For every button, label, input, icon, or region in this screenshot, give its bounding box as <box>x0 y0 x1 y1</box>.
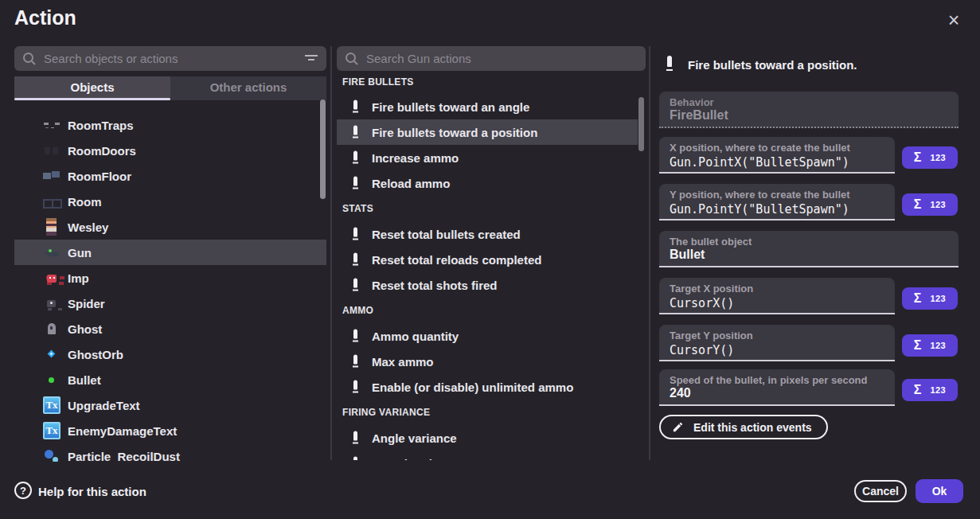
object-label: Ghost <box>68 322 102 336</box>
help-link[interactable]: Help for this action <box>38 485 146 498</box>
action-label: Reset total shots fired <box>372 279 498 292</box>
filter-icon[interactable] <box>304 53 318 64</box>
param-field-y-position[interactable]: Y position, where to create the bullet G… <box>659 184 895 220</box>
object-label: EnemyDamageText <box>68 424 177 438</box>
actions-search-input[interactable] <box>366 52 638 65</box>
object-row-roomfloor[interactable]: RoomFloor <box>14 163 326 189</box>
bullet-icon <box>353 355 358 369</box>
object-label: RoomFloor <box>68 170 131 183</box>
field-label: X position, where to create the bullet <box>670 142 850 154</box>
tab-objects[interactable]: Objects <box>14 76 170 100</box>
action-label: Angle variance <box>372 431 457 445</box>
objects-search <box>14 46 326 71</box>
action-row-reset-bullets-created[interactable]: Reset total bullets created <box>337 221 638 247</box>
action-row-max-ammo[interactable]: Max ammo <box>337 349 638 374</box>
action-label: Reload ammo <box>372 177 450 190</box>
numbers-123-icon: 123 <box>930 153 946 162</box>
action-row-speed-variance[interactable]: Speed variance <box>337 451 638 460</box>
gun-sprite-icon <box>43 244 61 261</box>
tab-other-actions[interactable]: Other actions <box>170 76 326 100</box>
expression-editor-button[interactable]: Σ 123 <box>902 193 958 216</box>
action-row-increase-ammo[interactable]: Increase ammo <box>337 145 638 170</box>
cancel-button[interactable]: Cancel <box>854 480 907 502</box>
field-label: Speed of the bullet, in pixels per secon… <box>670 374 868 386</box>
roomfloor-icon <box>43 167 61 185</box>
object-row-ghost[interactable]: Ghost <box>14 316 326 341</box>
numbers-123-icon: 123 <box>930 385 946 395</box>
action-row-reset-reloads-completed[interactable]: Reset total reloads completed <box>337 247 638 272</box>
field-value: Bullet <box>670 248 705 262</box>
group-header-firing-variance: FIRING VARIANCE <box>342 407 430 418</box>
left-tabs: Objects Other actions <box>14 76 326 100</box>
object-label: RoomDoors <box>68 144 136 158</box>
param-field-x-position[interactable]: X position, where to create the bullet G… <box>659 137 895 174</box>
field-value: Gun.PointY("BulletSpawn") <box>670 202 849 217</box>
field-value: FireBullet <box>670 108 728 123</box>
object-label: Bullet <box>68 373 101 387</box>
object-row-roomdoors[interactable]: RoomDoors <box>14 138 326 163</box>
dialog-title: Action <box>14 6 76 29</box>
param-field-bullet-object[interactable]: The bullet object Bullet <box>659 231 959 267</box>
object-row-gun[interactable]: Gun <box>14 240 326 265</box>
action-row-ammo-quantity[interactable]: Ammo quantity <box>337 323 638 349</box>
object-label: Gun <box>68 246 92 260</box>
left-scrollbar-thumb[interactable] <box>320 100 326 199</box>
object-row-spider[interactable]: Spider <box>14 291 326 316</box>
numbers-123-icon: 123 <box>930 294 946 303</box>
objects-search-input[interactable] <box>44 52 304 65</box>
action-label: Fire bullets toward a position <box>372 126 537 139</box>
object-row-bullet[interactable]: Bullet <box>14 367 326 392</box>
object-label: GhostOrb <box>68 348 123 361</box>
action-row-unlimited-ammo[interactable]: Enable (or disable) unlimited ammo <box>337 374 638 400</box>
field-value: Gun.PointX("BulletSpawn") <box>670 155 849 170</box>
bullet-icon <box>353 431 358 445</box>
help-icon[interactable]: ? <box>14 482 32 499</box>
object-label: Imp <box>68 271 89 285</box>
bullet-dot-icon <box>43 371 61 388</box>
text-object-icon <box>43 396 61 414</box>
object-label: UpgradeText <box>68 399 140 412</box>
action-label: Speed variance <box>372 457 459 461</box>
active-tab-underline <box>14 98 170 100</box>
action-row-reset-shots-fired[interactable]: Reset total shots fired <box>337 272 638 298</box>
object-row-enemydamagetext[interactable]: EnemyDamageText <box>14 418 326 443</box>
param-field-target-x[interactable]: Target X position CursorX() <box>659 278 895 314</box>
sigma-icon: Σ <box>914 197 922 212</box>
param-field-speed[interactable]: Speed of the bullet, in pixels per secon… <box>659 369 895 406</box>
field-value: CursorX() <box>670 296 734 310</box>
action-row-reload-ammo[interactable]: Reload ammo <box>337 170 638 196</box>
bullet-icon <box>353 253 358 267</box>
expression-editor-button[interactable]: Σ 123 <box>902 334 958 357</box>
expression-editor-button[interactable]: Σ 123 <box>902 287 958 310</box>
object-label: Particle_RecoilDust <box>68 450 180 462</box>
action-label: Fire bullets toward an angle <box>372 100 529 114</box>
edit-action-events-button[interactable]: Edit this action events <box>659 415 828 439</box>
param-field-target-y[interactable]: Target Y position CursorY() <box>659 325 895 361</box>
expression-editor-button[interactable]: Σ 123 <box>902 379 958 401</box>
object-row-upgradetext[interactable]: UpgradeText <box>14 392 326 418</box>
action-label: Reset total bullets created <box>372 228 521 241</box>
action-list: FIRE BULLETS Fire bullets toward an angl… <box>337 73 646 460</box>
object-row-imp[interactable]: Imp <box>14 265 326 291</box>
object-row-ghostorb[interactable]: GhostOrb <box>14 341 326 367</box>
object-row-room[interactable]: Room <box>14 189 326 214</box>
text-object-icon <box>43 422 61 439</box>
action-label: Increase ammo <box>372 151 459 165</box>
bullet-icon <box>353 126 358 139</box>
action-row-fire-position[interactable]: Fire bullets toward a position <box>337 119 638 145</box>
ok-button[interactable]: Ok <box>916 479 963 503</box>
sigma-icon: Σ <box>914 383 922 397</box>
action-row-fire-angle[interactable]: Fire bullets toward an angle <box>337 94 638 119</box>
object-row-wesley[interactable]: Wesley <box>14 214 326 240</box>
middle-scrollbar-thumb[interactable] <box>638 97 644 151</box>
close-icon[interactable]: × <box>943 8 965 32</box>
object-row-roomtraps[interactable]: RoomTraps <box>14 112 326 138</box>
room-icon <box>43 193 61 210</box>
divider-left-middle <box>330 46 332 460</box>
object-row-particle-recoildust[interactable]: Particle_RecoilDust <box>14 443 326 462</box>
bullet-icon <box>353 151 358 165</box>
expression-editor-button[interactable]: Σ 123 <box>902 146 958 169</box>
object-label: Spider <box>68 297 105 310</box>
bullet-icon <box>353 177 358 190</box>
action-row-angle-variance[interactable]: Angle variance <box>337 425 638 451</box>
